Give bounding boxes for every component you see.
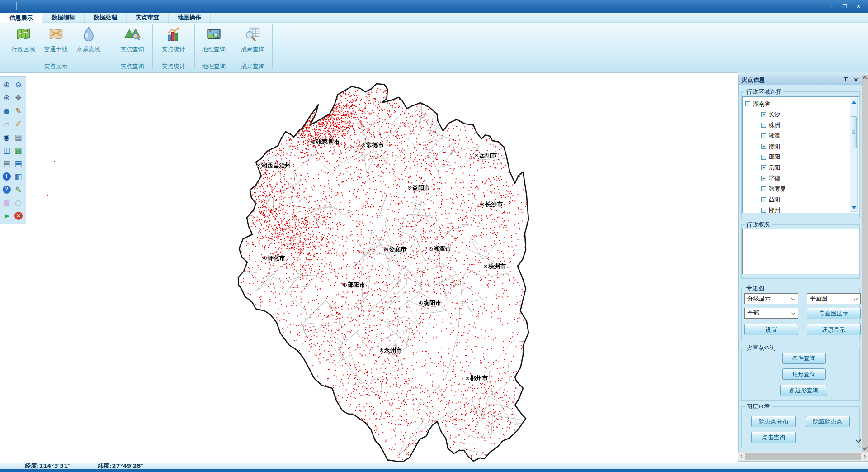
condition-query-button[interactable]: 条件查询	[782, 353, 826, 364]
map-canvas[interactable]	[0, 73, 738, 462]
tree-node-city[interactable]: +衡阳	[761, 141, 849, 152]
tree-expand-icon[interactable]: +	[761, 176, 766, 181]
panel-horizontal-scrollbar[interactable]: ‹ ›	[738, 452, 868, 461]
tree-node-city[interactable]: +张家界	[761, 184, 849, 195]
layout-window-icon[interactable]: ◫	[2, 145, 12, 155]
tree-expand-icon[interactable]: +	[761, 144, 766, 149]
tree-expand-icon[interactable]: +	[761, 186, 766, 191]
tree-expand-icon[interactable]: +	[761, 112, 766, 117]
brush-icon[interactable]: ✐	[14, 119, 24, 129]
zoom-in-icon[interactable]: ⊕	[2, 80, 12, 90]
panel-window-icon[interactable]: ◧	[14, 172, 24, 181]
tree-node-city[interactable]: +湘潭	[761, 131, 849, 142]
admin-region-button[interactable]: 行政区域	[7, 23, 40, 62]
print-icon[interactable]: ▤	[2, 158, 12, 168]
tree-scrollbar[interactable]	[850, 98, 858, 212]
rectangle-query-button[interactable]: 矩形查询	[782, 368, 826, 380]
tree-expand-icon[interactable]: +	[761, 133, 766, 138]
admin-overview-textarea[interactable]	[742, 229, 859, 274]
tree-scrollbar-thumb[interactable]	[851, 116, 857, 148]
ellipse-icon[interactable]: ○	[14, 198, 24, 208]
table-magnifier-icon	[244, 25, 262, 43]
tree-scroll-down-icon[interactable]	[850, 204, 857, 211]
tree-node-city[interactable]: +郴州	[761, 205, 849, 213]
tree-node-label: 湘潭	[769, 132, 780, 140]
scroll-down-icon[interactable]	[862, 445, 867, 450]
tab-disaster-review[interactable]: 灾点审查	[127, 13, 169, 23]
print-color-icon[interactable]: ▤	[14, 158, 24, 168]
geo-query-button[interactable]: 地理查询	[198, 23, 230, 62]
grid-keyboard-icon[interactable]: ▦	[14, 132, 24, 142]
show-thematic-map-button[interactable]: 专题图显示	[807, 308, 861, 319]
settings-button[interactable]: 设置	[744, 324, 798, 335]
zoom-extent-icon[interactable]: ⊛	[2, 93, 12, 103]
tree-node-city[interactable]: +常德	[761, 173, 849, 184]
pan-hand-icon[interactable]: ✥	[14, 93, 24, 103]
display-mode-combobox[interactable]: 分级显示	[744, 293, 798, 304]
tree-node-city[interactable]: +长沙	[761, 110, 849, 120]
globe-icon[interactable]: ●	[2, 106, 12, 116]
minimize-button[interactable]: ─	[825, 1, 838, 11]
tree-node-city[interactable]: +邵阳	[761, 152, 849, 163]
traffic-lines-button[interactable]: 交通干线	[40, 23, 72, 62]
measure-icon[interactable]: ✎	[14, 106, 24, 116]
scrollbar-track[interactable]	[745, 453, 861, 460]
map-type-combobox[interactable]: 平面图	[807, 293, 861, 304]
tree-node-city[interactable]: +岳阳	[761, 162, 849, 173]
tab-data-process[interactable]: 数据处理	[85, 13, 127, 23]
scroll-right-icon[interactable]: ›	[862, 453, 868, 459]
help-icon[interactable]: ?	[3, 186, 11, 194]
polygon-icon[interactable]: ▱	[2, 119, 12, 129]
layer-view-label: 图层查看	[745, 403, 772, 411]
tree-node-city[interactable]: +株洲	[761, 120, 849, 131]
ribbon-group-disaster-query: 灾点查询 灾点查询	[112, 23, 152, 72]
info-icon[interactable]: i	[3, 172, 11, 181]
map-view: 张家界市常德市岳阳市湘西自治州益阳市长沙市娄底市湘潭市株洲市怀化市邵阳市衡阳市永…	[0, 72, 738, 462]
polygon-query-button[interactable]: 多边形查询	[780, 385, 827, 396]
sketch-pencil-icon[interactable]: ✎	[14, 185, 24, 195]
tree-collapse-icon[interactable]: −	[745, 101, 750, 106]
restore-display-button[interactable]: 还原显示	[807, 324, 861, 335]
ribbon-group-caption: 灾点统计	[153, 62, 194, 72]
image-map-icon[interactable]: ▩	[14, 145, 24, 155]
hide-hazard-points-button[interactable]: 隐藏隐患点	[806, 416, 850, 427]
panel-title: 灾点信息	[741, 76, 843, 84]
tree-scroll-up-icon[interactable]	[850, 98, 857, 105]
tree-expand-icon[interactable]: +	[761, 208, 766, 213]
delete-icon[interactable]: ✕	[14, 212, 23, 220]
tab-data-edit[interactable]: 数据编辑	[42, 13, 85, 23]
tree-node-root[interactable]: − 湖南省	[745, 99, 849, 110]
select-arrow-icon[interactable]: ➤	[2, 211, 12, 221]
click-query-button[interactable]: 点击查询	[751, 432, 796, 443]
result-query-button[interactable]: 成果查询	[236, 23, 269, 62]
rectangle-icon[interactable]: ■	[2, 198, 12, 208]
scroll-left-icon[interactable]: ‹	[738, 453, 745, 459]
disaster-query-button[interactable]: 灾点查询	[116, 23, 149, 62]
panel-vertical-scrollbar[interactable]	[862, 75, 868, 452]
tree-node-label: 长沙	[769, 110, 780, 119]
zoom-out-icon[interactable]: ⊖	[14, 80, 24, 90]
maximize-button[interactable]: ❐	[838, 1, 852, 11]
tree-node-label: 岳阳	[769, 164, 780, 172]
tree-expand-icon[interactable]: +	[761, 155, 766, 160]
ribbon-group-geo-query: 地理查询 地理查询	[195, 23, 233, 72]
tab-info-display[interactable]: 信息展示	[0, 13, 42, 23]
tab-map-operation[interactable]: 地图操作	[169, 13, 211, 23]
panel-close-icon[interactable]: ✕	[854, 76, 859, 83]
water-system-button[interactable]: 水系流域	[72, 23, 105, 62]
eye-icon[interactable]: ◉	[2, 132, 12, 142]
tree-expand-icon[interactable]: +	[761, 123, 766, 128]
scope-combobox[interactable]: 全部	[744, 308, 798, 319]
ribbon-button-label: 地理查询	[202, 45, 226, 53]
tree-node-city[interactable]: +益阳	[761, 195, 849, 205]
ribbon-group-disaster-display: 行政区域 交通干线 水系流域 灾点展示	[0, 23, 112, 72]
ribbon-button-label: 交通干线	[44, 45, 68, 53]
tree-expand-icon[interactable]: +	[761, 165, 766, 170]
tree-expand-icon[interactable]: +	[761, 197, 766, 202]
chevron-down-icon	[854, 296, 858, 300]
pin-icon[interactable]	[843, 76, 849, 84]
hazard-distribution-button[interactable]: 隐患点分布	[751, 416, 796, 427]
disaster-stats-button[interactable]: 灾点统计	[157, 23, 190, 62]
close-button[interactable]: ✕	[852, 1, 865, 11]
scroll-up-icon[interactable]	[862, 76, 867, 81]
